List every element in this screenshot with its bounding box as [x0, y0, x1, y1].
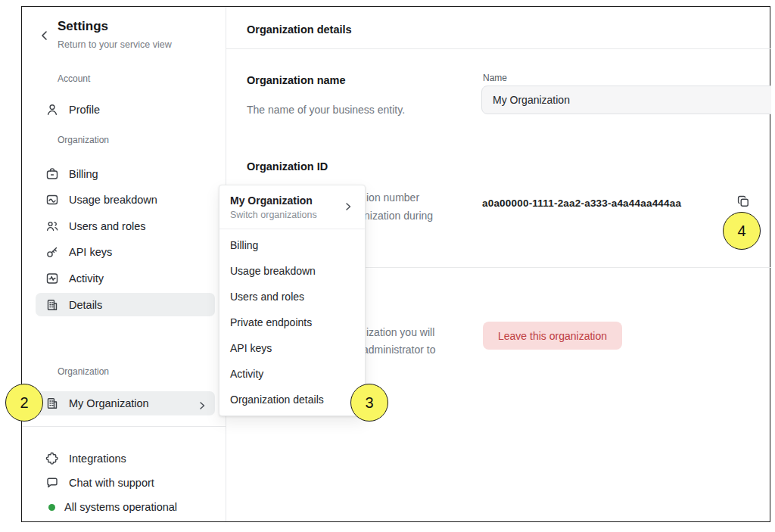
header-divider — [226, 48, 771, 49]
status-dot-icon — [48, 504, 55, 511]
usage-chart-icon — [45, 192, 60, 207]
sidebar-item-label: Usage breakdown — [69, 194, 157, 206]
dropdown-menu-list: Billing Usage breakdown Users and roles … — [219, 229, 365, 415]
key-icon — [45, 244, 60, 260]
app-window: Settings Return to your service view Acc… — [21, 6, 770, 522]
dropdown-item-usage-breakdown[interactable]: Usage breakdown — [219, 258, 365, 284]
organization-switcher-dropdown: My Organization Switch organizations Bil… — [219, 185, 366, 416]
callout-circle-4: 4 — [723, 212, 761, 250]
dropdown-item-api-keys[interactable]: API keys — [219, 335, 365, 361]
main-header-title: Organization details — [247, 23, 352, 36]
section-label-organization-switcher: Organization — [58, 366, 109, 377]
sidebar-item-label: Activity — [69, 272, 104, 285]
sidebar-item-api-keys[interactable]: API keys — [45, 241, 112, 263]
dropdown-switch-label: Switch organizations — [230, 210, 317, 220]
status-label: All systems operational — [64, 501, 177, 513]
dropdown-item-organization-details[interactable]: Organization details — [219, 387, 365, 412]
building-icon — [45, 297, 60, 313]
sidebar-item-activity[interactable]: Activity — [45, 267, 104, 290]
sidebar-item-system-status[interactable]: All systems operational — [45, 497, 177, 517]
leave-organization-button[interactable]: Leave this organization — [483, 322, 622, 350]
org-id-description-line1: ion number — [366, 191, 419, 204]
users-icon — [45, 219, 60, 234]
org-name-description: The name of your business entity. — [247, 104, 405, 116]
section-label-account: Account — [58, 73, 90, 84]
sidebar-item-billing[interactable]: Billing — [45, 163, 98, 185]
sidebar-item-label: Billing — [69, 168, 98, 180]
dropdown-item-billing[interactable]: Billing — [219, 232, 365, 258]
sidebar-item-integrations[interactable]: Integrations — [45, 449, 126, 468]
name-input[interactable] — [481, 86, 771, 114]
dropdown-item-users-and-roles[interactable]: Users and roles — [219, 284, 365, 310]
sidebar-item-label: Users and roles — [69, 220, 146, 232]
sidebar-item-users-and-roles[interactable]: Users and roles — [45, 215, 146, 238]
callout-circle-2: 2 — [5, 384, 43, 422]
chat-bubble-icon — [45, 475, 60, 490]
leave-description-line2: administrator to — [363, 344, 435, 356]
chevron-right-icon — [344, 201, 353, 210]
building-icon — [45, 396, 60, 411]
return-link[interactable]: Return to your service view — [58, 39, 172, 50]
org-id-value: a0a00000-1111-2aa2-a333-a4a44aa444aa — [482, 198, 681, 209]
sidebar-item-label: Profile — [69, 104, 100, 116]
sidebar-item-details[interactable]: Details — [45, 294, 102, 316]
section-label-organization: Organization — [58, 135, 109, 145]
copy-icon[interactable] — [736, 194, 751, 209]
sidebar-item-label: My Organization — [69, 397, 149, 409]
puzzle-icon — [45, 451, 60, 466]
sidebar-item-label: Chat with support — [69, 477, 154, 489]
chevron-left-icon[interactable] — [39, 30, 51, 42]
person-icon — [45, 102, 60, 117]
sidebar-item-label: Integrations — [69, 453, 126, 465]
sidebar-item-profile[interactable]: Profile — [45, 98, 100, 121]
page-title: Settings — [58, 19, 108, 34]
dropdown-item-activity[interactable]: Activity — [219, 361, 365, 387]
name-input-clip — [481, 86, 771, 116]
sidebar-item-label: API keys — [69, 246, 112, 258]
dropdown-org-name[interactable]: My Organization — [230, 194, 313, 207]
name-field-label: Name — [483, 73, 507, 83]
org-name-title: Organization name — [247, 74, 346, 86]
sidebar-item-label: Details — [69, 299, 102, 311]
wallet-icon — [45, 166, 60, 182]
sidebar-footer-divider — [22, 426, 226, 427]
sidebar-item-usage-breakdown[interactable]: Usage breakdown — [45, 188, 157, 211]
callout-circle-3: 3 — [350, 384, 388, 422]
dropdown-item-private-endpoints[interactable]: Private endpoints — [219, 310, 365, 335]
activity-icon — [45, 271, 60, 286]
org-id-description-line2: nization during — [364, 210, 433, 222]
chevron-right-icon — [198, 400, 207, 409]
sidebar-item-chat-with-support[interactable]: Chat with support — [45, 473, 154, 493]
org-id-title: Organization ID — [247, 160, 328, 173]
sidebar-item-my-organization[interactable]: My Organization — [45, 392, 149, 415]
leave-description-line1: ization you will — [366, 326, 434, 338]
